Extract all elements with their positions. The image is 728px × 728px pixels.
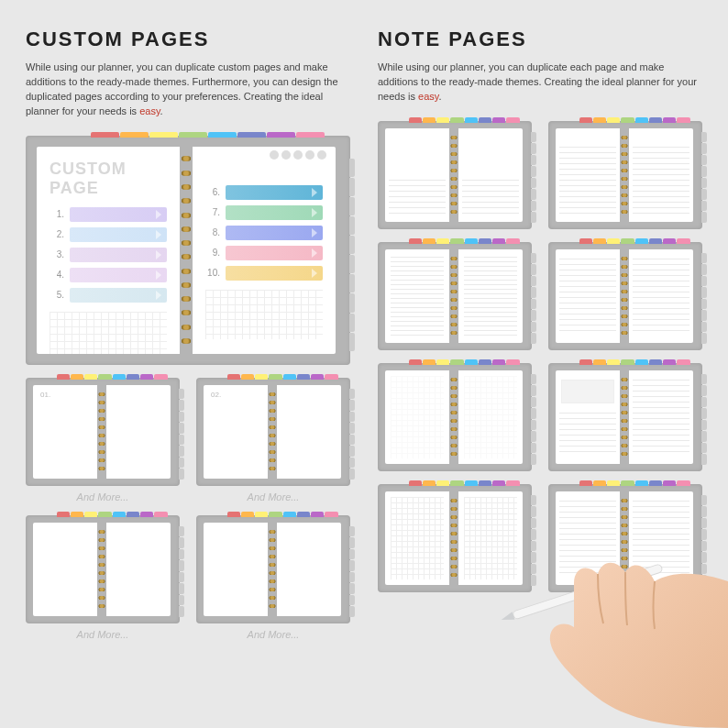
and-more-caption: And More... (196, 491, 350, 502)
row-number: 6. (205, 187, 220, 197)
custom-page-row: 5. (50, 288, 167, 303)
color-bar (226, 185, 323, 200)
color-bar (70, 248, 167, 262)
custom-thumb-3: And More... (26, 515, 180, 640)
color-bar (70, 268, 167, 282)
note-thumb-3 (378, 242, 532, 350)
and-more-caption: And More... (196, 629, 350, 640)
and-more-caption: And More... (26, 629, 180, 640)
grid-area (205, 290, 323, 339)
note-thumb-4 (548, 242, 702, 350)
grid-area (50, 312, 167, 354)
toolbar-icons (270, 150, 326, 160)
color-bar (226, 226, 323, 240)
note-thumb-8 (548, 484, 702, 592)
color-bar (226, 266, 323, 281)
custom-page-row: 8. (205, 226, 323, 240)
row-number: 8. (205, 227, 220, 237)
custom-thumb-1: 01. And More... (26, 378, 180, 502)
custom-thumb-2: 02. And More... (196, 378, 350, 502)
custom-page-row: 6. (205, 185, 323, 200)
custom-page-row: 3. (50, 248, 167, 262)
and-more-caption: And More... (26, 491, 180, 502)
custom-page-row: 4. (50, 268, 167, 282)
custom-page-featured: CUSTOM PAGE 1.2.3.4.5. 6.7.8.9.10. (26, 136, 350, 365)
row-number: 7. (205, 207, 220, 217)
color-bar (70, 288, 167, 303)
custom-thumb-4: And More... (196, 515, 350, 640)
color-bar (70, 207, 167, 222)
color-bar (226, 205, 323, 220)
color-bar (70, 227, 167, 242)
row-number: 4. (50, 270, 64, 280)
custom-page-row: 1. (50, 207, 167, 222)
row-number: 10. (205, 268, 220, 278)
note-description: While using our planner, you can duplica… (378, 61, 702, 105)
custom-page-row: 2. (50, 227, 167, 242)
row-number: 9. (205, 248, 220, 258)
spiral-binding (180, 147, 193, 354)
custom-heading: CUSTOM PAGES (26, 28, 350, 51)
custom-page-title: CUSTOM PAGE (50, 160, 167, 198)
custom-page-row: 10. (205, 266, 323, 281)
note-thumb-2 (548, 121, 702, 229)
custom-page-row: 7. (205, 205, 323, 220)
custom-page-row: 9. (205, 246, 323, 260)
note-thumb-1 (378, 121, 532, 229)
note-heading: NOTE PAGES (378, 28, 702, 51)
note-thumb-5 (378, 363, 532, 471)
note-thumb-6 (548, 363, 702, 471)
custom-pages-column: CUSTOM PAGES While using our planner, yo… (26, 28, 350, 640)
row-number: 2. (50, 229, 64, 239)
note-thumb-7 (378, 484, 532, 592)
note-pages-column: NOTE PAGES While using our planner, you … (378, 28, 702, 640)
color-bar (226, 246, 323, 260)
row-number: 3. (50, 249, 64, 259)
row-number: 1. (50, 209, 64, 219)
row-number: 5. (50, 290, 64, 300)
custom-description: While using our planner, you can duplica… (26, 61, 350, 119)
